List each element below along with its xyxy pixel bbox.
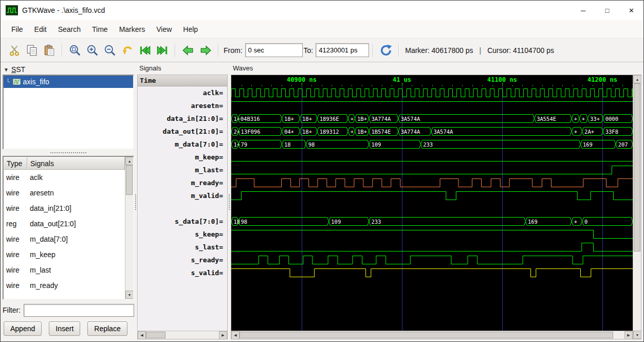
signal-label-m_data70[interactable]: m_data[7:0]= bbox=[138, 138, 227, 151]
append-button[interactable]: Append bbox=[4, 321, 42, 336]
menu-item-help[interactable]: Help bbox=[177, 21, 204, 38]
signal-label-s_valid[interactable]: s_valid= bbox=[138, 266, 227, 279]
signal-label-m_ready[interactable]: m_ready= bbox=[138, 176, 227, 189]
wave-row-data_in210[interactable]: 1+04B31618+18+18936E+1B+3A774A3A574A3A55… bbox=[231, 112, 633, 125]
signal-label-aclk[interactable]: aclk= bbox=[138, 86, 227, 99]
table-row[interactable]: regdata_out[21:0] bbox=[4, 216, 125, 231]
from-input[interactable] bbox=[245, 43, 303, 57]
insert-button[interactable]: Insert bbox=[49, 321, 80, 336]
wave-timeline[interactable]: 40900 ns41 us41100 ns41200 ns bbox=[231, 75, 633, 86]
signal-label-m_last[interactable]: m_last= bbox=[138, 164, 227, 176]
filter-label: Filter: bbox=[3, 306, 21, 314]
wave-row-s_last[interactable] bbox=[231, 241, 633, 254]
window-close-button[interactable]: ✕ bbox=[619, 1, 643, 20]
toolbar-separator bbox=[398, 44, 399, 57]
wave-row-s_valid[interactable] bbox=[231, 266, 633, 279]
wave-row-m_data70[interactable]: 1+791898109233169207 bbox=[231, 138, 633, 151]
zoom-in-button[interactable] bbox=[84, 41, 101, 60]
menu-item-edit[interactable]: Edit bbox=[29, 21, 52, 38]
menu-item-view[interactable]: View bbox=[151, 21, 177, 38]
signal-label-m_keep[interactable]: m_keep= bbox=[138, 151, 227, 164]
zoom-out-icon bbox=[104, 44, 116, 57]
table-row[interactable]: wirem_last bbox=[4, 262, 125, 278]
table-row[interactable]: wirearesetn bbox=[4, 185, 125, 201]
scroll-down-button[interactable]: ▼ bbox=[633, 331, 641, 339]
filter-input[interactable] bbox=[24, 304, 134, 317]
wave-row-aclk[interactable] bbox=[231, 86, 633, 99]
scroll-up-button[interactable]: ▲ bbox=[633, 75, 641, 83]
wave-row-m_last[interactable] bbox=[231, 164, 633, 176]
wave-rows[interactable]: 1+04B31618+18+18936E+1B+3A774A3A574A3A55… bbox=[231, 86, 633, 331]
signal-label-s_data70[interactable]: s_data[7:0]= bbox=[138, 215, 227, 228]
column-header-signals[interactable]: Signals bbox=[27, 157, 125, 170]
zoom-out-button[interactable] bbox=[101, 41, 119, 60]
window-minimize-button[interactable]: ─ bbox=[571, 1, 595, 20]
wave-row-m_keep[interactable] bbox=[231, 151, 633, 164]
shift-left-button[interactable] bbox=[179, 41, 197, 60]
wave-row-s_keep[interactable] bbox=[231, 228, 633, 241]
scrollbar-thumb[interactable] bbox=[634, 83, 640, 251]
scrollbar-thumb[interactable] bbox=[146, 332, 165, 338]
table-row[interactable]: wirem_ready bbox=[4, 278, 125, 293]
zoom-in-icon bbox=[86, 44, 99, 57]
scroll-right-button[interactable]: ▶ bbox=[219, 331, 227, 339]
scroll-left-button[interactable]: ◀ bbox=[138, 331, 146, 339]
signal-label-s_ready[interactable]: s_ready= bbox=[138, 254, 227, 266]
table-row[interactable]: wireaclk bbox=[4, 170, 125, 185]
scrollbar-thumb[interactable] bbox=[126, 165, 133, 195]
waves-hscrollbar[interactable]: ◀ ▶ bbox=[231, 331, 633, 339]
signals-hscrollbar[interactable]: ◀ ▶ bbox=[138, 331, 227, 339]
menu-item-time[interactable]: Time bbox=[86, 21, 114, 38]
shift-right-button[interactable] bbox=[197, 41, 214, 60]
wave-row-s_data70[interactable]: 1898109233169+0 bbox=[231, 215, 633, 228]
svg-text:109: 109 bbox=[371, 141, 381, 148]
signal-label-aresetn[interactable]: aresetn= bbox=[138, 99, 227, 112]
title-bar[interactable]: GTKWave - .\axis_fifo.vcd ─□✕ bbox=[1, 1, 643, 20]
cut-button[interactable] bbox=[6, 41, 23, 60]
to-input[interactable] bbox=[316, 43, 369, 57]
scrollbar-track[interactable] bbox=[633, 83, 641, 331]
wave-row-m_ready[interactable] bbox=[231, 176, 633, 189]
scroll-down-button[interactable]: ▼ bbox=[125, 291, 134, 299]
tree-item-axis-fifo[interactable]: └ axis_fifo bbox=[4, 76, 133, 88]
fetch-right-button[interactable] bbox=[154, 41, 171, 60]
scroll-up-button[interactable]: ▲ bbox=[125, 157, 134, 165]
collapse-arrow-icon[interactable]: ▼ bbox=[4, 67, 9, 73]
window-maximize-button[interactable]: □ bbox=[595, 1, 619, 20]
scrollbar-track[interactable] bbox=[240, 331, 624, 339]
signal-label-data_in210[interactable]: data_in[21:0]= bbox=[138, 112, 227, 125]
copy-button[interactable] bbox=[23, 41, 41, 60]
svg-text:04B316: 04B316 bbox=[241, 116, 260, 122]
table-row[interactable]: wirem_keep bbox=[4, 247, 125, 262]
menu-item-file[interactable]: File bbox=[6, 21, 29, 38]
scrollbar-thumb[interactable] bbox=[240, 332, 613, 338]
scroll-left-button[interactable]: ◀ bbox=[231, 331, 240, 339]
signal-label-s_last[interactable]: s_last= bbox=[138, 241, 227, 254]
wave-row-blank[interactable] bbox=[231, 202, 633, 215]
menu-item-markers[interactable]: Markers bbox=[114, 21, 151, 38]
wave-row-s_ready[interactable] bbox=[231, 254, 633, 266]
reload-button[interactable] bbox=[377, 41, 395, 60]
scrollbar-track[interactable] bbox=[146, 331, 219, 339]
table-row[interactable]: wiredata_in[21:0] bbox=[4, 201, 125, 216]
signal-label-s_keep[interactable]: s_keep= bbox=[138, 228, 227, 241]
waves-vscrollbar[interactable]: ▲ ▼ bbox=[633, 75, 641, 339]
zoom-fit-button[interactable] bbox=[66, 41, 84, 60]
wave-row-m_valid[interactable] bbox=[231, 189, 633, 202]
signal-label-m_valid[interactable]: m_valid= bbox=[138, 189, 227, 202]
menu-item-search[interactable]: Search bbox=[52, 21, 86, 38]
replace-button[interactable]: Replace bbox=[87, 321, 127, 336]
scroll-right-button[interactable]: ▶ bbox=[624, 331, 633, 339]
wave-row-data_out210[interactable]: 2+13F09604+18+189312+1B+1B574E3A774A3A57… bbox=[231, 125, 633, 138]
table-row[interactable]: wirem_data[7:0] bbox=[4, 231, 125, 247]
fetch-left-button[interactable] bbox=[136, 41, 154, 60]
scrollbar-track[interactable] bbox=[125, 165, 133, 291]
wave-row-aresetn[interactable] bbox=[231, 99, 633, 112]
column-header-type[interactable]: Type bbox=[4, 157, 27, 170]
zoom-undo-button[interactable] bbox=[119, 41, 136, 60]
sst-splitter[interactable] bbox=[3, 150, 134, 156]
time-column-header[interactable]: Time bbox=[138, 75, 227, 86]
paste-button[interactable] bbox=[41, 41, 58, 60]
sst-table-vscrollbar[interactable]: ▲ ▼ bbox=[125, 157, 133, 299]
signal-label-data_out210[interactable]: data_out[21:0]= bbox=[138, 125, 227, 138]
